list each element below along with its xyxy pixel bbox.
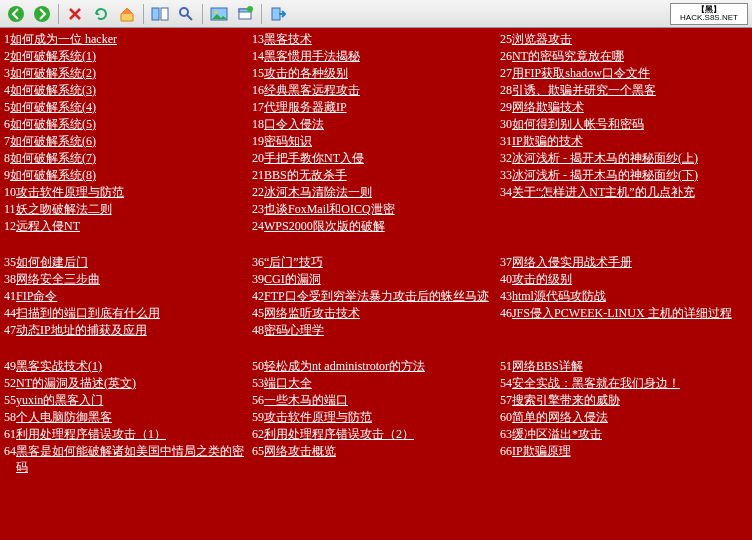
entry-link[interactable]: 如何创建后门	[16, 254, 88, 270]
entry-link[interactable]: yuxin的黑客入门	[16, 392, 103, 408]
entry-link[interactable]: html源代码攻防战	[512, 288, 606, 304]
entry-link[interactable]: 攻击的级别	[512, 271, 572, 287]
entry-link[interactable]: BBS的无敌杀手	[264, 167, 347, 183]
exit-icon[interactable]	[266, 2, 290, 26]
entry-link[interactable]: 手把手教你NT入侵	[264, 150, 364, 166]
entry-link[interactable]: 如何破解系统(2)	[10, 65, 96, 81]
link-entry: 6如何破解系统(5)	[4, 116, 248, 132]
entry-link[interactable]: 动态IP地址的捕获及应用	[16, 322, 147, 338]
entry-link[interactable]: 如何得到别人帐号和密码	[512, 116, 644, 132]
entry-link[interactable]: 网络欺骗技术	[512, 99, 584, 115]
entry-link[interactable]: 如何破解系统(8)	[10, 167, 96, 183]
search-icon[interactable]	[174, 2, 198, 26]
link-grid: 1如何成为一位 hacker2如何破解系统(1)3如何破解系统(2)4如何破解系…	[0, 28, 752, 478]
panes-icon[interactable]	[148, 2, 172, 26]
entry-link[interactable]: NT的密码究竟放在哪	[512, 48, 624, 64]
entry-link[interactable]: 缓冲区溢出*攻击	[512, 426, 602, 442]
entry-link[interactable]: 引诱、欺骗并研究一个黑客	[512, 82, 656, 98]
entry-link[interactable]: 攻击软件原理与防范	[264, 409, 372, 425]
entry-number: 35	[4, 254, 16, 270]
entry-number: 42	[252, 288, 264, 304]
entry-link[interactable]: 黑客实战技术(1)	[16, 358, 102, 374]
entry-link[interactable]: FIP命令	[16, 288, 57, 304]
entry-link[interactable]: 黑客是如何能破解诸如美国中情局之类的密码	[16, 443, 248, 475]
entry-link[interactable]: 利用处理程序错误攻击（2）	[264, 426, 414, 442]
pictures-icon[interactable]	[207, 2, 231, 26]
entry-number: 22	[252, 184, 264, 200]
entry-link[interactable]: 如何破解系统(1)	[10, 48, 96, 64]
entry-link[interactable]: 也谈FoxMail和OICQ泄密	[264, 201, 395, 217]
link-entry: 65网络攻击概览	[252, 443, 496, 459]
entry-link[interactable]: 攻击的各种级别	[264, 65, 348, 81]
svg-rect-3	[161, 8, 168, 20]
entry-link[interactable]: 一些木马的端口	[264, 392, 348, 408]
entry-link[interactable]: 密码心理学	[264, 322, 324, 338]
entry-link[interactable]: 攻击软件原理与防范	[16, 184, 124, 200]
entry-link[interactable]: IP欺骗的技术	[512, 133, 583, 149]
entry-number: 65	[252, 443, 264, 459]
entry-link[interactable]: 密码知识	[264, 133, 312, 149]
link-entry: 52NT的漏洞及描述(英文)	[4, 375, 248, 391]
entry-link[interactable]: 如何破解系统(6)	[10, 133, 96, 149]
entry-link[interactable]: 远程入侵NT	[16, 218, 80, 234]
entry-link[interactable]: 搜索引擎带来的威胁	[512, 392, 620, 408]
entry-link[interactable]: 简单的网络入侵法	[512, 409, 608, 425]
link-entry: 37网络入侵实用战术手册	[500, 254, 744, 270]
link-entry: 3如何破解系统(2)	[4, 65, 248, 81]
entry-link[interactable]: 如何破解系统(3)	[10, 82, 96, 98]
entry-link[interactable]: 如何成为一位 hacker	[10, 31, 117, 47]
entry-link[interactable]: 妖之吻破解法二则	[16, 201, 112, 217]
entry-link[interactable]: 经典黑客远程攻击	[264, 82, 360, 98]
entry-link[interactable]: NT的漏洞及描述(英文)	[16, 375, 136, 391]
entry-link[interactable]: 网络攻击概览	[264, 443, 336, 459]
browser-toolbar: 【黑】 HACK.S8S.NET	[0, 0, 752, 28]
entry-link[interactable]: JFS侵入PCWEEK-LINUX 主机的详细过程	[512, 305, 732, 321]
back-icon[interactable]	[4, 2, 28, 26]
entry-link[interactable]: 黑客惯用手法揭秘	[264, 48, 360, 64]
entry-link[interactable]: 浏览器攻击	[512, 31, 572, 47]
entry-link[interactable]: 网络监听攻击技术	[264, 305, 360, 321]
entry-link[interactable]: 端口大全	[264, 375, 312, 391]
entry-number: 66	[500, 443, 512, 459]
entry-link[interactable]: 扫描到的端口到底有什么用	[16, 305, 160, 321]
entry-number: 36	[252, 254, 264, 270]
entry-link[interactable]: 网络BBS详解	[512, 358, 583, 374]
entry-link[interactable]: 如何破解系统(5)	[10, 116, 96, 132]
link-entry: 32冰河浅析 - 揭开木马的神秘面纱(上)	[500, 150, 744, 166]
entry-link[interactable]: 冰河木马清除法一则	[264, 184, 372, 200]
entry-number: 10	[4, 184, 16, 200]
entry-number: 59	[252, 409, 264, 425]
entry-link[interactable]: 安全实战：黑客就在我们身边！	[512, 375, 680, 391]
entry-number: 52	[4, 375, 16, 391]
entry-link[interactable]: WPS2000限次版的破解	[264, 218, 385, 234]
link-entry: 43html源代码攻防战	[500, 288, 744, 304]
stop-icon[interactable]	[63, 2, 87, 26]
entry-link[interactable]: 冰河浅析 - 揭开木马的神秘面纱(下)	[512, 167, 698, 183]
entry-link[interactable]: 黑客技术	[264, 31, 312, 47]
forward-icon[interactable]	[30, 2, 54, 26]
entry-link[interactable]: CGI的漏洞	[264, 271, 321, 287]
link-entry: 38网络安全三步曲	[4, 271, 248, 287]
entry-link[interactable]: 利用处理程序错误攻击（1）	[16, 426, 166, 442]
entry-link[interactable]: 如何破解系统(7)	[10, 150, 96, 166]
entry-link[interactable]: 网络安全三步曲	[16, 271, 100, 287]
entry-link[interactable]: IP欺骗原理	[512, 443, 571, 459]
entry-link[interactable]: 口令入侵法	[264, 116, 324, 132]
entry-link[interactable]: 关于“怎样进入NT主机”的几点补充	[512, 184, 695, 200]
entry-link[interactable]: 代理服务器藏IP	[264, 99, 347, 115]
link-entry: 42FTP口令受到穷举法暴力攻击后的蛛丝马迹	[252, 288, 496, 304]
entry-link[interactable]: 用FIP获取shadow口令文件	[512, 65, 650, 81]
entry-number: 34	[500, 184, 512, 200]
home-icon[interactable]	[115, 2, 139, 26]
entry-number: 18	[252, 116, 264, 132]
entry-link[interactable]: FTP口令受到穷举法暴力攻击后的蛛丝马迹	[264, 288, 489, 304]
link-column: 35如何创建后门38网络安全三步曲41FIP命令44扫描到的端口到底有什么用47…	[4, 253, 252, 339]
entry-link[interactable]: 轻松成为nt administrotor的方法	[264, 358, 425, 374]
entry-link[interactable]: 冰河浅析 - 揭开木马的神秘面纱(上)	[512, 150, 698, 166]
entry-link[interactable]: 网络入侵实用战术手册	[512, 254, 632, 270]
new-window-icon[interactable]	[233, 2, 257, 26]
entry-link[interactable]: 个人电脑防御黑客	[16, 409, 112, 425]
entry-link[interactable]: 如何破解系统(4)	[10, 99, 96, 115]
refresh-icon[interactable]	[89, 2, 113, 26]
entry-link[interactable]: “后门”技巧	[264, 254, 323, 270]
